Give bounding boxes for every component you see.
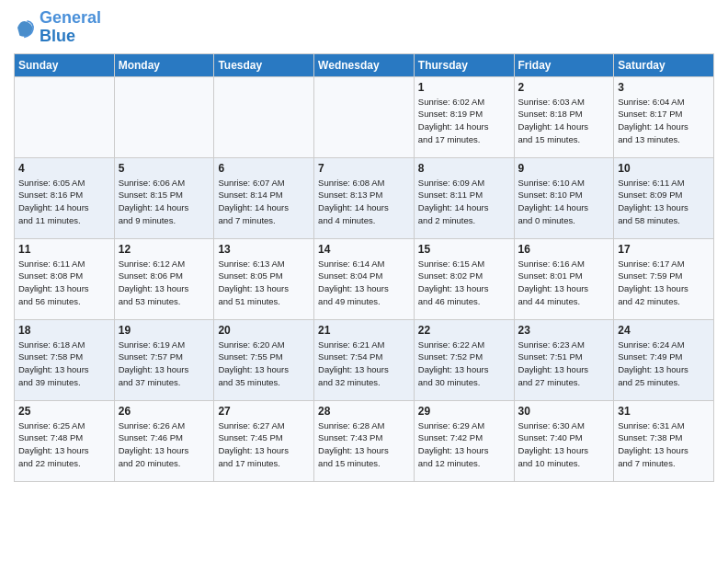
calendar-day: 8Sunrise: 6:09 AM Sunset: 8:11 PM Daylig… <box>414 157 514 238</box>
calendar-day: 17Sunrise: 6:17 AM Sunset: 7:59 PM Dayli… <box>614 238 714 319</box>
day-number: 31 <box>618 405 710 418</box>
day-number: 18 <box>18 324 110 337</box>
day-info: Sunrise: 6:05 AM Sunset: 8:16 PM Dayligh… <box>18 177 110 227</box>
calendar-day: 13Sunrise: 6:13 AM Sunset: 8:05 PM Dayli… <box>214 238 314 319</box>
day-info: Sunrise: 6:31 AM Sunset: 7:38 PM Dayligh… <box>618 419 710 470</box>
calendar-day: 11Sunrise: 6:11 AM Sunset: 8:08 PM Dayli… <box>15 238 115 319</box>
calendar-day: 6Sunrise: 6:07 AM Sunset: 8:14 PM Daylig… <box>214 157 314 238</box>
day-info: Sunrise: 6:29 AM Sunset: 7:42 PM Dayligh… <box>418 419 510 470</box>
day-number: 26 <box>119 405 210 418</box>
day-info: Sunrise: 6:11 AM Sunset: 8:09 PM Dayligh… <box>618 177 710 227</box>
page-header: GeneralBlue <box>14 9 714 46</box>
day-number: 11 <box>18 243 110 256</box>
calendar-day <box>15 76 115 157</box>
calendar-day: 23Sunrise: 6:23 AM Sunset: 7:51 PM Dayli… <box>514 319 614 400</box>
calendar-day: 9Sunrise: 6:10 AM Sunset: 8:10 PM Daylig… <box>514 157 614 238</box>
day-number: 24 <box>618 324 710 337</box>
logo: GeneralBlue <box>14 9 101 46</box>
calendar-day: 29Sunrise: 6:29 AM Sunset: 7:42 PM Dayli… <box>414 400 514 481</box>
calendar-day: 24Sunrise: 6:24 AM Sunset: 7:49 PM Dayli… <box>614 319 714 400</box>
day-number: 3 <box>618 81 710 94</box>
calendar-day: 12Sunrise: 6:12 AM Sunset: 8:06 PM Dayli… <box>114 238 214 319</box>
weekday-header-friday: Friday <box>514 53 614 76</box>
calendar-day: 14Sunrise: 6:14 AM Sunset: 8:04 PM Dayli… <box>314 238 415 319</box>
day-number: 15 <box>418 243 510 256</box>
calendar-table: SundayMondayTuesdayWednesdayThursdayFrid… <box>14 53 714 482</box>
day-number: 29 <box>418 405 510 418</box>
calendar-day: 28Sunrise: 6:28 AM Sunset: 7:43 PM Dayli… <box>314 400 415 481</box>
calendar-day: 3Sunrise: 6:04 AM Sunset: 8:17 PM Daylig… <box>614 76 714 157</box>
calendar-day: 26Sunrise: 6:26 AM Sunset: 7:46 PM Dayli… <box>114 400 214 481</box>
calendar-day: 22Sunrise: 6:22 AM Sunset: 7:52 PM Dayli… <box>414 319 514 400</box>
day-info: Sunrise: 6:26 AM Sunset: 7:46 PM Dayligh… <box>119 419 210 470</box>
day-info: Sunrise: 6:22 AM Sunset: 7:52 PM Dayligh… <box>418 339 510 389</box>
calendar-week-1: 1Sunrise: 6:02 AM Sunset: 8:19 PM Daylig… <box>15 76 714 157</box>
day-info: Sunrise: 6:25 AM Sunset: 7:48 PM Dayligh… <box>18 419 110 470</box>
day-number: 25 <box>18 405 110 418</box>
day-number: 12 <box>119 243 210 256</box>
day-info: Sunrise: 6:09 AM Sunset: 8:11 PM Dayligh… <box>418 177 510 227</box>
calendar-day: 18Sunrise: 6:18 AM Sunset: 7:58 PM Dayli… <box>15 319 115 400</box>
day-info: Sunrise: 6:24 AM Sunset: 7:49 PM Dayligh… <box>618 339 710 389</box>
day-number: 30 <box>518 405 610 418</box>
day-number: 8 <box>418 162 510 175</box>
day-number: 5 <box>119 162 210 175</box>
calendar-day: 5Sunrise: 6:06 AM Sunset: 8:15 PM Daylig… <box>114 157 214 238</box>
logo-icon <box>14 17 36 39</box>
day-info: Sunrise: 6:16 AM Sunset: 8:01 PM Dayligh… <box>518 258 610 308</box>
calendar-day: 19Sunrise: 6:19 AM Sunset: 7:57 PM Dayli… <box>114 319 214 400</box>
logo-text: GeneralBlue <box>40 9 101 46</box>
calendar-day: 2Sunrise: 6:03 AM Sunset: 8:18 PM Daylig… <box>514 76 614 157</box>
calendar-week-3: 11Sunrise: 6:11 AM Sunset: 8:08 PM Dayli… <box>15 238 714 319</box>
day-info: Sunrise: 6:27 AM Sunset: 7:45 PM Dayligh… <box>218 419 310 470</box>
day-number: 22 <box>418 324 510 337</box>
day-number: 13 <box>218 243 310 256</box>
calendar-day <box>314 76 415 157</box>
calendar-day: 15Sunrise: 6:15 AM Sunset: 8:02 PM Dayli… <box>414 238 514 319</box>
day-number: 4 <box>18 162 110 175</box>
calendar-day: 31Sunrise: 6:31 AM Sunset: 7:38 PM Dayli… <box>614 400 714 481</box>
calendar-day: 10Sunrise: 6:11 AM Sunset: 8:09 PM Dayli… <box>614 157 714 238</box>
day-info: Sunrise: 6:17 AM Sunset: 7:59 PM Dayligh… <box>618 258 710 308</box>
calendar-day: 4Sunrise: 6:05 AM Sunset: 8:16 PM Daylig… <box>15 157 115 238</box>
calendar-day: 21Sunrise: 6:21 AM Sunset: 7:54 PM Dayli… <box>314 319 415 400</box>
calendar-day: 30Sunrise: 6:30 AM Sunset: 7:40 PM Dayli… <box>514 400 614 481</box>
calendar-week-4: 18Sunrise: 6:18 AM Sunset: 7:58 PM Dayli… <box>15 319 714 400</box>
day-number: 14 <box>318 243 410 256</box>
day-info: Sunrise: 6:15 AM Sunset: 8:02 PM Dayligh… <box>418 258 510 308</box>
calendar-day <box>214 76 314 157</box>
calendar-day: 7Sunrise: 6:08 AM Sunset: 8:13 PM Daylig… <box>314 157 415 238</box>
day-info: Sunrise: 6:18 AM Sunset: 7:58 PM Dayligh… <box>18 339 110 389</box>
day-number: 6 <box>218 162 310 175</box>
calendar-day: 20Sunrise: 6:20 AM Sunset: 7:55 PM Dayli… <box>214 319 314 400</box>
day-info: Sunrise: 6:19 AM Sunset: 7:57 PM Dayligh… <box>119 339 210 389</box>
calendar-week-5: 25Sunrise: 6:25 AM Sunset: 7:48 PM Dayli… <box>15 400 714 481</box>
day-info: Sunrise: 6:11 AM Sunset: 8:08 PM Dayligh… <box>18 258 110 308</box>
day-number: 28 <box>318 405 410 418</box>
day-info: Sunrise: 6:07 AM Sunset: 8:14 PM Dayligh… <box>218 177 310 227</box>
day-number: 2 <box>518 81 610 94</box>
day-info: Sunrise: 6:12 AM Sunset: 8:06 PM Dayligh… <box>119 258 210 308</box>
day-number: 16 <box>518 243 610 256</box>
calendar-day: 16Sunrise: 6:16 AM Sunset: 8:01 PM Dayli… <box>514 238 614 319</box>
day-info: Sunrise: 6:13 AM Sunset: 8:05 PM Dayligh… <box>218 258 310 308</box>
day-info: Sunrise: 6:21 AM Sunset: 7:54 PM Dayligh… <box>318 339 410 389</box>
day-info: Sunrise: 6:04 AM Sunset: 8:17 PM Dayligh… <box>618 96 710 146</box>
weekday-header-saturday: Saturday <box>614 53 714 76</box>
day-info: Sunrise: 6:06 AM Sunset: 8:15 PM Dayligh… <box>119 177 210 227</box>
day-info: Sunrise: 6:28 AM Sunset: 7:43 PM Dayligh… <box>318 419 410 470</box>
day-info: Sunrise: 6:10 AM Sunset: 8:10 PM Dayligh… <box>518 177 610 227</box>
day-number: 19 <box>119 324 210 337</box>
day-info: Sunrise: 6:03 AM Sunset: 8:18 PM Dayligh… <box>518 96 610 146</box>
day-info: Sunrise: 6:14 AM Sunset: 8:04 PM Dayligh… <box>318 258 410 308</box>
day-info: Sunrise: 6:02 AM Sunset: 8:19 PM Dayligh… <box>418 96 510 146</box>
day-number: 20 <box>218 324 310 337</box>
day-info: Sunrise: 6:23 AM Sunset: 7:51 PM Dayligh… <box>518 339 610 389</box>
day-number: 10 <box>618 162 710 175</box>
calendar-day: 27Sunrise: 6:27 AM Sunset: 7:45 PM Dayli… <box>214 400 314 481</box>
day-number: 21 <box>318 324 410 337</box>
calendar-week-2: 4Sunrise: 6:05 AM Sunset: 8:16 PM Daylig… <box>15 157 714 238</box>
weekday-header-sunday: Sunday <box>15 53 115 76</box>
day-number: 1 <box>418 81 510 94</box>
calendar-day: 25Sunrise: 6:25 AM Sunset: 7:48 PM Dayli… <box>15 400 115 481</box>
